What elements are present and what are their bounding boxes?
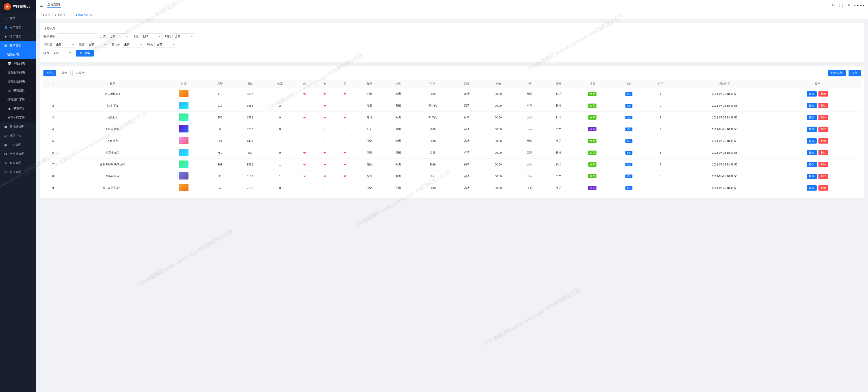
hot-icon: ❤ <box>303 163 306 166</box>
sidebar-item-home-recommend[interactable]: 首页推荐列表 <box>0 68 36 77</box>
sidebar-item-video-attr-field[interactable]: 视频属性字段 <box>0 95 36 104</box>
clarity-select[interactable]: 全部 超清 高清 标清 <box>54 42 76 47</box>
sidebar-item-ad-mgmt[interactable]: ◉ 广告管理 ▾ <box>0 140 36 150</box>
status-badge[interactable]: On <box>625 128 632 131</box>
sidebar-item-video-attr[interactable]: ◎ 视频属性 <box>0 86 36 95</box>
cell-region: 欧洲 <box>384 112 413 124</box>
filter-show-button[interactable]: 显示 <box>58 70 71 76</box>
edit-button[interactable]: 修改 <box>807 150 817 155</box>
status-badge[interactable]: On <box>625 104 632 108</box>
sidebar-item-article-mgmt[interactable]: ✉ 文章类管理 ▾ <box>0 150 36 159</box>
cell-status: On <box>612 170 646 182</box>
menu-icon[interactable]: ☰ <box>40 3 43 8</box>
filter-hide-button[interactable]: 未显示 <box>72 70 88 76</box>
col-add-time: 添加时间 <box>675 79 774 88</box>
edit-button[interactable]: 修改 <box>807 127 817 132</box>
cell-new: ♡ <box>335 182 355 194</box>
category-select[interactable]: 全部 纪录 传记 奇幻 动画 冒险 <box>107 33 130 39</box>
status-badge[interactable]: On <box>625 186 632 190</box>
cell-language: 中文 <box>544 170 573 182</box>
cell-new: ❤ <box>335 170 355 182</box>
push-icon: ♡ <box>323 186 326 190</box>
sidebar-item-account-mgmt[interactable]: $ 账务管理 ▾ <box>0 159 36 167</box>
cell-title: 红海行动 <box>63 100 162 112</box>
chevron-down-icon: ▾ <box>31 135 33 137</box>
breadcrumb: ‹ 首页 › 渠道推广 ✕ › 视频列表 ✕ › <box>36 11 868 20</box>
status-badge[interactable]: On <box>625 151 632 155</box>
sidebar-logo: ☘ 三叶视频V3 <box>0 0 36 14</box>
delete-button[interactable]: 删除 <box>818 127 828 132</box>
search-button[interactable]: 🔍 搜索 <box>76 50 94 57</box>
breadcrumb-close-icon[interactable]: ✕ <box>90 14 92 16</box>
delete-button[interactable]: 删除 <box>818 185 828 191</box>
sidebar-item-comment-list[interactable]: 💬 评论列表 <box>0 59 36 68</box>
close-button[interactable]: ✕ <box>846 2 851 8</box>
sidebar-item-video-tag[interactable]: ◉ 视频标签 <box>0 104 36 113</box>
sidebar-item-promo-mgmt[interactable]: ◈ 推广管理 ▾ <box>0 32 36 41</box>
cell-language: 中文 <box>544 124 573 135</box>
cell-new: ❤ <box>335 112 355 124</box>
logo-icon: ☘ <box>4 3 11 10</box>
sidebar-item-video-list[interactable]: 视频列表 <box>0 50 36 59</box>
sidebar-item-vertical-mgmt[interactable]: ▦ 坚视频管理 ▾ <box>0 122 36 131</box>
breadcrumb-item-channel[interactable]: 渠道推广 ✕ <box>55 13 71 17</box>
add-button[interactable]: 添加 <box>848 70 861 76</box>
delete-button[interactable]: 删除 <box>818 138 828 143</box>
status-badge[interactable]: On <box>625 163 632 166</box>
edit-button[interactable]: 修改 <box>807 91 817 97</box>
hascode-select[interactable]: 全部 有码 无码 <box>122 42 144 47</box>
sidebar-item-label: 短信管理 <box>9 170 33 174</box>
sidebar-item-sms-mgmt[interactable]: ☏ 短信管理 <box>0 167 36 176</box>
col-actions: 操作 <box>774 79 861 88</box>
batch-add-button[interactable]: 批量添加 <box>828 70 846 76</box>
fee-select[interactable]: 全部 免费 会员 <box>51 50 73 56</box>
edit-button[interactable]: 修改 <box>807 162 817 167</box>
sidebar-item-video-mgmt[interactable]: ▤ 视频管理 ▴ <box>0 41 36 50</box>
breadcrumb-prev-icon[interactable]: ‹ <box>40 13 43 17</box>
delete-button[interactable]: 删除 <box>818 91 828 97</box>
cover-image <box>179 161 188 168</box>
sidebar-item-recommend-field[interactable]: 推荐关联字段 <box>0 113 36 122</box>
delete-button[interactable]: 删除 <box>818 115 828 120</box>
delete-button[interactable]: 删除 <box>818 150 828 155</box>
time-select[interactable]: 全部 2019 2018 90年代 其它 <box>173 33 195 39</box>
duration-select[interactable]: 全部 <box>154 42 177 47</box>
status-badge[interactable]: On <box>625 116 632 119</box>
admin-menu[interactable]: admin ▾ <box>854 4 864 7</box>
status-badge[interactable]: On <box>625 139 632 143</box>
search-panel: 搜索信息 视频名字 分类 全部 纪录 传记 奇幻 动画 冒险 <box>40 23 864 62</box>
video-name-input[interactable] <box>57 33 97 39</box>
edit-button[interactable]: 修改 <box>807 103 817 108</box>
breadcrumb-close-icon[interactable]: ✕ <box>69 14 71 16</box>
breadcrumb-item-home[interactable]: 首页 <box>43 13 51 17</box>
cell-new: ♡ <box>335 124 355 135</box>
edit-button[interactable]: 修改 <box>807 174 817 179</box>
delete-button[interactable]: 删除 <box>818 103 828 108</box>
status-badge[interactable]: On <box>625 174 632 178</box>
sidebar-item-label: 广告管理 <box>9 143 31 147</box>
refresh-button[interactable]: ↻ <box>831 2 836 8</box>
edit-button[interactable]: 修改 <box>807 115 817 120</box>
delete-button[interactable]: 删除 <box>818 162 828 167</box>
cell-title: 勇敢者游戏:决战丛林 <box>63 159 162 170</box>
filter-all-button[interactable]: 全部 <box>43 70 56 76</box>
cell-favorites: 0 <box>266 124 294 135</box>
fullscreen-button[interactable]: ⛶ <box>838 2 844 8</box>
sidebar-item-user-mgmt[interactable]: 👤 用户管理 ▾ <box>0 23 36 32</box>
edit-button[interactable]: 修改 <box>807 185 817 191</box>
region-select[interactable]: 全部 欧洲 美国 韩国 <box>140 33 162 39</box>
article-icon: ✉ <box>4 152 8 156</box>
account-icon: $ <box>4 161 8 165</box>
cell-language: 日语 <box>544 112 573 124</box>
status-badge[interactable]: On <box>625 92 632 96</box>
promo-icon: ◈ <box>4 35 8 38</box>
sidebar-item-home-seven[interactable]: 首页七格列表 <box>0 77 36 86</box>
breadcrumb-next-icon[interactable]: › <box>862 13 864 17</box>
language-select[interactable]: 全部 日语 中文 英语 <box>86 42 109 47</box>
delete-button[interactable]: 删除 <box>818 174 828 179</box>
breadcrumb-item-video-list[interactable]: 视频列表 ✕ <box>75 13 92 17</box>
sidebar-item-region-ad[interactable]: ◎ 地区广告 ▾ <box>0 131 36 140</box>
sidebar-item-home[interactable]: ⌂ 首页 <box>0 14 36 23</box>
search-label-time: 时间 <box>165 34 171 38</box>
edit-button[interactable]: 修改 <box>807 138 817 143</box>
